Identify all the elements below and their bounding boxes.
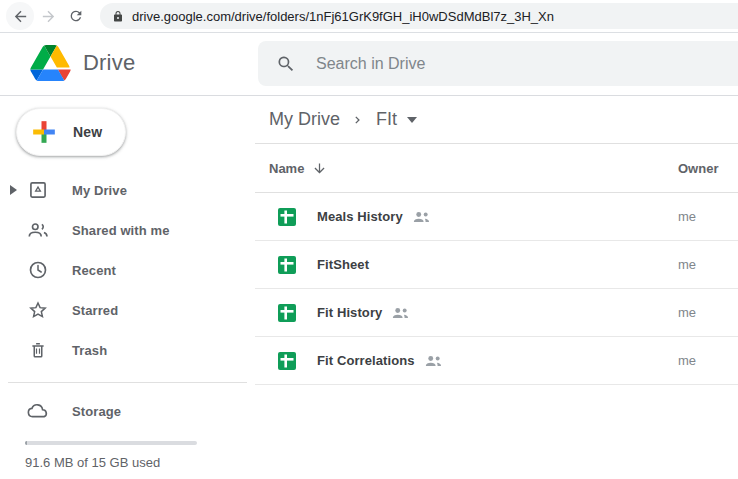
sidebar-item-trash[interactable]: Trash — [0, 330, 255, 370]
url-text: drive.google.com/drive/folders/1nFj61GrK… — [132, 9, 554, 24]
file-owner: me — [678, 353, 738, 368]
drive-brand[interactable]: Drive — [30, 45, 135, 81]
sidebar-item-label: Shared with me — [72, 223, 169, 238]
forward-arrow-icon — [40, 8, 57, 25]
file-owner: me — [678, 305, 738, 320]
shared-with-me-icon — [26, 221, 50, 239]
google-sheets-icon — [278, 256, 296, 274]
sidebar-item-label: Storage — [72, 404, 121, 419]
sidebar-item-recent[interactable]: Recent — [0, 250, 255, 290]
file-row[interactable]: FitSheet me — [255, 241, 738, 289]
search-input[interactable]: Search in Drive — [316, 55, 425, 73]
file-owner: me — [678, 257, 738, 272]
browser-refresh-button[interactable] — [62, 2, 90, 30]
storage-progress-bar — [25, 441, 197, 445]
column-header-name[interactable]: Name — [269, 161, 327, 176]
refresh-icon — [68, 8, 84, 24]
google-drive-window: drive.google.com/drive/folders/1nFj61GrK… — [0, 0, 738, 479]
file-owner: me — [678, 209, 738, 224]
file-list: Meals History me FitSheet me Fit History… — [255, 193, 738, 385]
sidebar-item-storage[interactable]: Storage — [0, 391, 255, 431]
google-sheets-icon — [278, 352, 296, 370]
file-name: FitSheet — [317, 257, 369, 272]
new-button[interactable]: New — [16, 108, 126, 156]
back-arrow-icon — [12, 8, 29, 25]
app-title: Drive — [83, 50, 135, 76]
file-row[interactable]: Fit Correlations me — [255, 337, 738, 385]
folder-dropdown-caret-icon[interactable] — [407, 117, 417, 123]
storage-progress-fill — [25, 441, 27, 445]
sidebar-item-label: Trash — [72, 343, 107, 358]
new-button-label: New — [73, 124, 102, 140]
file-list-header: Name Owner — [255, 144, 738, 193]
breadcrumb-root[interactable]: My Drive — [269, 109, 340, 130]
browser-back-button[interactable] — [6, 2, 34, 30]
sidebar-item-shared-with-me[interactable]: Shared with me — [0, 210, 255, 250]
main-content: My Drive FIt Name Owner — [255, 96, 738, 479]
expand-caret-icon[interactable] — [6, 185, 20, 195]
google-sheets-icon — [278, 304, 296, 322]
file-name: Fit Correlations — [317, 353, 415, 368]
browser-toolbar: drive.google.com/drive/folders/1nFj61GrK… — [0, 0, 738, 33]
sidebar-item-label: Recent — [72, 263, 116, 278]
trash-icon — [26, 340, 50, 360]
breadcrumb: My Drive FIt — [255, 96, 738, 144]
column-header-owner[interactable]: Owner — [678, 161, 738, 176]
recent-icon — [26, 260, 50, 280]
search-bar[interactable]: Search in Drive — [258, 41, 738, 86]
sidebar-divider — [8, 382, 247, 383]
google-sheets-icon — [278, 208, 296, 226]
shared-people-icon — [392, 307, 410, 319]
sidebar-item-starred[interactable]: Starred — [0, 290, 255, 330]
starred-icon — [26, 300, 50, 320]
file-name: Meals History — [317, 209, 403, 224]
shared-people-icon — [413, 211, 431, 223]
breadcrumb-current-folder[interactable]: FIt — [376, 109, 397, 130]
file-row[interactable]: Fit History me — [255, 289, 738, 337]
sidebar-nav: My Drive Shared with me Recent — [0, 170, 255, 370]
file-row[interactable]: Meals History me — [255, 193, 738, 241]
sort-descending-icon[interactable] — [312, 161, 327, 176]
file-name: Fit History — [317, 305, 382, 320]
browser-forward-button[interactable] — [34, 2, 62, 30]
sidebar-item-label: My Drive — [72, 183, 127, 198]
chevron-right-icon — [350, 112, 366, 128]
lock-icon — [112, 10, 124, 23]
search-icon — [276, 54, 296, 74]
storage-usage-text: 91.6 MB of 15 GB used — [25, 455, 255, 470]
address-bar[interactable]: drive.google.com/drive/folders/1nFj61GrK… — [100, 3, 738, 29]
sidebar-item-label: Starred — [72, 303, 118, 318]
my-drive-icon — [26, 180, 50, 200]
cloud-icon — [26, 403, 50, 419]
sidebar-item-my-drive[interactable]: My Drive — [0, 170, 255, 210]
name-column-label: Name — [269, 161, 304, 176]
multicolor-plus-icon — [29, 117, 59, 147]
sidebar: New My Drive Shared with me — [0, 96, 255, 479]
shared-people-icon — [425, 355, 443, 367]
drive-logo-icon — [30, 45, 71, 81]
drive-header: Drive Search in Drive — [0, 33, 738, 96]
